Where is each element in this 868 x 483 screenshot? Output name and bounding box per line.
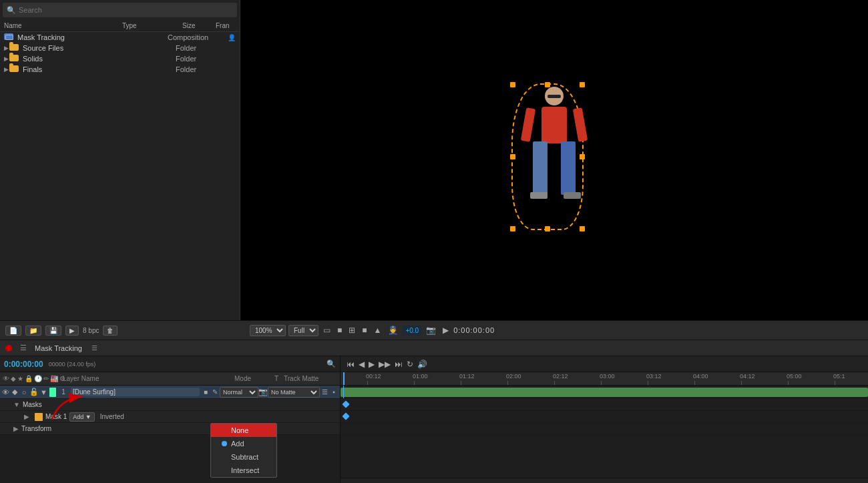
layer-edit-icon[interactable]: ✎ — [210, 388, 220, 396]
timeline-right-ctrl: ⏮ ◀ ▶ ▶▶ ⏭ ↻ 🔊 — [341, 356, 868, 372]
project-item-finals[interactable]: ▶ Finals Folder — [0, 64, 240, 75]
tl-track-row-1[interactable] — [341, 386, 868, 399]
expand-solids[interactable]: ▶ — [4, 55, 9, 62]
search-timeline-icon[interactable]: 🔍 — [327, 360, 336, 368]
handle-ml[interactable] — [510, 154, 515, 159]
tl-loop[interactable]: ↻ — [405, 359, 415, 370]
expand-source-files[interactable]: ▶ — [4, 45, 9, 51]
col-icon-5: 🕐 — [34, 375, 42, 382]
keyframe-mask1[interactable] — [342, 412, 349, 420]
project-item-source-files[interactable]: ▶ Source Files Folder — [0, 43, 240, 53]
tl-masks-row[interactable]: ▼ Masks — [0, 399, 340, 411]
visibility-toggle[interactable]: 👁 — [1, 388, 9, 396]
toolbar-left: 📄 📁 💾 ▶ 8 bpc 🗑 — [5, 326, 246, 336]
tl-layer-row-1[interactable]: 👁 ◆ ○ 🔓 ▼ 1 [Dune Surfing] ■ ✎ Normal 📷 … — [0, 386, 340, 399]
search-bar[interactable]: 🔍 — [3, 3, 237, 17]
mask-blend-dropdown-arrow: ▼ — [85, 414, 91, 420]
safe-zone-btn[interactable]: ■ — [335, 325, 344, 336]
timeline-close[interactable] — [5, 345, 12, 352]
zoom-select[interactable]: 100% — [250, 325, 286, 336]
playhead[interactable] — [343, 372, 345, 385]
expand-finals[interactable]: ▶ — [4, 66, 9, 73]
dropdown-item-add[interactable]: Add — [211, 437, 276, 450]
mask-inverted-label: Inverted — [100, 413, 124, 420]
tl-scrollbar[interactable] — [341, 478, 868, 483]
foot-right — [564, 192, 581, 199]
layer-blend-icon: ☰ — [320, 388, 329, 396]
mask-blend-container: Add ▼ Inverted — [69, 412, 124, 422]
ruler-tick-0500: 05:00 — [787, 373, 802, 380]
tl-ruler[interactable]: 00:12 01:00 01:12 02:00 02:12 03:00 03:1… — [341, 372, 868, 386]
open-folder-btn[interactable]: 📁 — [25, 326, 41, 336]
color-picker-btn[interactable]: 👮 — [386, 325, 400, 336]
grid-btn[interactable]: ⊞ — [347, 325, 357, 336]
tl-track-sub-masks — [341, 399, 868, 411]
region-btn[interactable]: ▭ — [321, 325, 333, 336]
dropdown-item-subtract[interactable]: Subtract — [211, 450, 276, 464]
tl-step-fwd[interactable]: ▶▶ — [377, 359, 393, 370]
torso — [541, 107, 567, 143]
channel-btn[interactable]: ■ — [360, 325, 369, 336]
new-item-btn[interactable]: 📄 — [5, 326, 21, 336]
tl-mask1-row[interactable]: ▶ Mask 1 Add ▼ Inverted — [0, 411, 340, 423]
handle-tl[interactable] — [510, 82, 515, 87]
masks-expand-arrow[interactable]: ▼ — [13, 401, 20, 408]
lock-toggle[interactable]: 🔓 — [29, 388, 39, 396]
tl-step-back[interactable]: ◀ — [357, 359, 367, 370]
search-input[interactable] — [19, 6, 233, 14]
dropdown-item-none[interactable]: None — [211, 424, 276, 437]
tl-track-sub-mask1 — [341, 411, 868, 423]
transform-expand-arrow[interactable]: ▶ — [13, 425, 19, 432]
ruler-tick-0300: 03:00 — [600, 373, 615, 380]
arm-right — [573, 107, 588, 142]
play-btn[interactable]: ▶ — [441, 325, 451, 336]
item-type-source-files: Folder — [176, 44, 236, 52]
keyframe-masks[interactable] — [342, 400, 349, 408]
tl-col-matte-header: Track Matte — [284, 375, 337, 382]
tl-goto-start[interactable]: ⏮ — [345, 359, 357, 370]
timeline-icon: ☰ — [20, 344, 27, 352]
render-btn[interactable]: ▶ — [65, 326, 79, 336]
tl-goto-end[interactable]: ⏭ — [393, 359, 405, 370]
handle-bl[interactable] — [510, 226, 515, 231]
timecode-blue[interactable]: 0:00:00:00 — [4, 360, 43, 369]
item-name-mask-tracking: Mask Tracking — [17, 33, 168, 41]
project-item-mask-tracking[interactable]: Mask Tracking Composition 👤 — [0, 32, 240, 43]
ruler-tick-0200: 02:00 — [506, 373, 521, 380]
save-btn[interactable]: 💾 — [45, 326, 61, 336]
audio-toggle[interactable]: ◆ — [11, 388, 19, 396]
tl-t-col: 📷 — [258, 388, 268, 396]
layer-mode-select[interactable]: Normal — [220, 387, 258, 398]
solo-toggle[interactable]: ○ — [20, 388, 28, 396]
layer-label-color — [49, 388, 56, 397]
delete-btn[interactable]: 🗑 — [103, 326, 118, 336]
search-icon: 🔍 — [7, 6, 16, 15]
person-head — [545, 87, 564, 105]
tl-col-t-header: T — [274, 375, 284, 382]
quality-select[interactable]: Full — [288, 325, 318, 336]
toolbar-right: 100% Full ▭ ■ ⊞ ■ ▲ 👮 +0.0 📷 ▶ 0:00:00:0… — [250, 325, 863, 336]
ruler-tick-0212: 02:12 — [553, 373, 568, 380]
col-type-header: Type — [122, 22, 182, 29]
item-type-mask-tracking: Composition — [168, 33, 228, 41]
person-figure — [518, 87, 590, 233]
mask-btn[interactable]: ▲ — [372, 325, 384, 336]
ruler-tick-0012: 00:12 — [366, 373, 381, 380]
tl-audio-toggle[interactable]: 🔊 — [415, 359, 429, 370]
timeline-menu-icon[interactable]: ☰ — [91, 344, 97, 352]
folder-icon-finals — [9, 65, 20, 73]
layer-name[interactable]: [Dune Surfing] — [71, 388, 200, 396]
tl-track-bar-green — [341, 388, 868, 397]
col-fran-header: Fran — [216, 22, 236, 29]
tl-transform-row[interactable]: ▶ Transform — [0, 423, 340, 435]
project-item-solids[interactable]: ▶ Solids Folder — [0, 53, 240, 64]
dropdown-item-intersect[interactable]: Intersect — [211, 464, 276, 477]
snapshot-btn[interactable]: 📷 — [424, 325, 438, 336]
radio-dot-add — [222, 441, 227, 446]
matte-select[interactable]: No Matte — [268, 387, 320, 398]
expand-toggle[interactable]: ▼ — [40, 388, 48, 396]
tl-play[interactable]: ▶ — [367, 359, 377, 370]
mask1-expand-arrow[interactable]: ▶ — [24, 413, 29, 420]
tl-col-mode-header: Mode — [234, 375, 274, 382]
mask-blend-btn[interactable]: Add ▼ — [69, 412, 94, 422]
